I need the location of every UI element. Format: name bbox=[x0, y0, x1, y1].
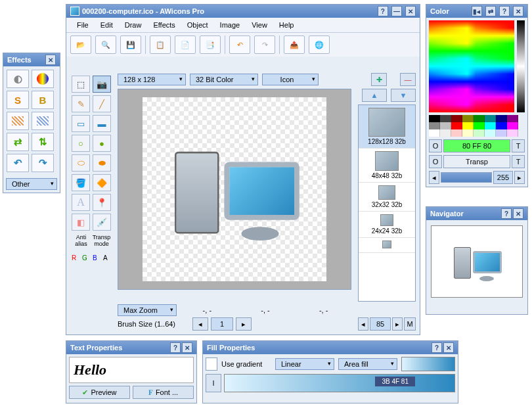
close-icon[interactable]: ✕ bbox=[182, 342, 192, 353]
eraser-tool[interactable]: ◧ bbox=[72, 214, 90, 231]
help-icon[interactable]: ? bbox=[499, 6, 510, 16]
save-icon[interactable]: 💾 bbox=[120, 35, 141, 54]
rotate-l-effect[interactable]: ↶ bbox=[7, 154, 29, 172]
channel-b[interactable]: B bbox=[93, 254, 102, 266]
color-transp[interactable]: Transp bbox=[443, 155, 510, 168]
redo-icon[interactable]: ↷ bbox=[254, 35, 275, 54]
format-item-16[interactable] bbox=[359, 238, 415, 253]
page-m[interactable]: M bbox=[404, 317, 416, 331]
nav-preview[interactable] bbox=[431, 225, 523, 298]
new-icon[interactable]: 📑 bbox=[200, 35, 221, 54]
flip-v-effect[interactable]: ⇅ bbox=[32, 133, 54, 151]
oval-fill-tool[interactable]: ⬬ bbox=[93, 154, 111, 172]
export-icon[interactable]: 📤 bbox=[284, 35, 305, 54]
close-icon[interactable]: ✕ bbox=[443, 342, 454, 353]
brush-dec[interactable]: ◂ bbox=[192, 317, 208, 331]
usegrad-check[interactable] bbox=[206, 357, 217, 371]
search-icon[interactable]: 🔍 bbox=[95, 35, 116, 54]
font-button[interactable]: 𝐅Font ... bbox=[133, 386, 194, 399]
web-icon[interactable]: 🌐 bbox=[309, 35, 330, 54]
copy-icon[interactable]: 📋 bbox=[150, 35, 171, 54]
type-combo[interactable]: Icon bbox=[262, 74, 319, 85]
format-item-48[interactable]: 48x48 32b bbox=[359, 149, 415, 183]
menu-effects[interactable]: Effects bbox=[148, 20, 180, 30]
help-icon[interactable]: ? bbox=[501, 208, 512, 219]
close-icon[interactable]: ✕ bbox=[405, 6, 416, 16]
close-icon[interactable]: ✕ bbox=[513, 6, 523, 16]
color-back-icon[interactable]: ▮◂ bbox=[472, 6, 482, 16]
menu-object[interactable]: Object bbox=[182, 20, 213, 30]
grad-color-value[interactable]: 3B 4F 81 bbox=[375, 377, 415, 386]
camera-tool[interactable]: 📷 bbox=[93, 76, 111, 93]
transp-toggle[interactable]: Transp mode bbox=[92, 235, 111, 252]
channel-r[interactable]: R bbox=[72, 254, 81, 266]
minimize-icon[interactable]: — bbox=[391, 6, 402, 16]
circle-outline-tool[interactable]: ○ bbox=[72, 135, 90, 152]
oval-outline-tool[interactable]: ⬭ bbox=[72, 154, 90, 172]
open-icon[interactable]: 📂 bbox=[70, 35, 91, 54]
grad-editor[interactable]: 3B 4F 81 bbox=[224, 374, 455, 392]
color-picker[interactable] bbox=[426, 18, 527, 115]
sharpen-effect[interactable]: S bbox=[7, 91, 29, 109]
pattern2-effect[interactable] bbox=[32, 112, 54, 130]
alpha-inc[interactable]: ▸ bbox=[514, 171, 525, 184]
format-list[interactable]: 128x128 32b 48x48 32b 32x32 32b 24x24 32… bbox=[358, 104, 416, 302]
format-item-32[interactable]: 32x32 32b bbox=[359, 183, 415, 212]
colorize-effect[interactable] bbox=[32, 70, 54, 88]
antialias-toggle[interactable]: Anti alias bbox=[72, 235, 91, 252]
size-combo[interactable]: 128 x 128 bbox=[118, 74, 186, 85]
line-tool[interactable]: ╱ bbox=[93, 95, 111, 112]
page-dec[interactable]: ◂ bbox=[358, 317, 368, 331]
menu-view[interactable]: View bbox=[246, 20, 273, 30]
effects-other-combo[interactable]: Other bbox=[6, 178, 57, 190]
flip-h-effect[interactable]: ⇄ bbox=[7, 133, 29, 151]
select-rect-tool[interactable]: ⬚ bbox=[72, 76, 90, 93]
color-o2[interactable]: O bbox=[429, 155, 442, 168]
undo-icon[interactable]: ↶ bbox=[229, 35, 250, 54]
close-icon[interactable]: ✕ bbox=[45, 55, 56, 65]
pencil-tool[interactable]: ✎ bbox=[72, 95, 90, 112]
preview-button[interactable]: ✔Preview bbox=[69, 386, 130, 399]
channel-g[interactable]: G bbox=[82, 254, 92, 266]
color-o1[interactable]: O bbox=[429, 139, 442, 152]
alpha-dec[interactable]: ◂ bbox=[429, 171, 439, 184]
help-icon[interactable]: ? bbox=[432, 342, 442, 353]
rect-fill-tool[interactable]: ▬ bbox=[93, 115, 111, 132]
gradtype-combo[interactable]: Linear bbox=[275, 358, 334, 370]
canvas[interactable] bbox=[118, 89, 351, 290]
eyedropper-tool[interactable]: 💉 bbox=[93, 214, 111, 231]
close-icon[interactable]: ✕ bbox=[513, 208, 523, 219]
rect-outline-tool[interactable]: ▭ bbox=[72, 115, 90, 132]
format-item-24[interactable]: 24x24 32b bbox=[359, 212, 415, 238]
gradmode-combo[interactable]: Area fill bbox=[338, 358, 397, 370]
move-down-button[interactable]: ▼ bbox=[391, 89, 416, 102]
gradient-tool[interactable]: 🔶 bbox=[93, 174, 111, 191]
move-up-button[interactable]: ▲ bbox=[362, 89, 387, 102]
pattern1-effect[interactable] bbox=[7, 112, 29, 130]
menu-file[interactable]: File bbox=[72, 20, 94, 30]
alpha-slider[interactable] bbox=[441, 172, 492, 183]
format-item-128[interactable]: 128x128 32b bbox=[359, 105, 415, 149]
menu-edit[interactable]: Edit bbox=[95, 20, 118, 30]
menu-draw[interactable]: Draw bbox=[120, 20, 147, 30]
zoom-combo[interactable]: Max Zoom bbox=[118, 304, 177, 316]
brush-inc[interactable]: ▸ bbox=[236, 317, 252, 331]
circle-fill-tool[interactable]: ● bbox=[93, 135, 111, 152]
menu-image[interactable]: Image bbox=[215, 20, 246, 30]
grayscale-effect[interactable]: ◐ bbox=[7, 70, 29, 88]
color-t1[interactable]: T bbox=[512, 139, 525, 152]
help-icon[interactable]: ? bbox=[378, 6, 388, 16]
text-tool[interactable]: A bbox=[72, 194, 90, 211]
add-format-button[interactable]: ✚ bbox=[371, 73, 387, 86]
color-t2[interactable]: T bbox=[512, 155, 525, 168]
color-swap-icon[interactable]: ⇄ bbox=[485, 6, 496, 16]
fill-tool[interactable]: 🪣 bbox=[72, 174, 90, 191]
color-hex[interactable]: 80 FF 80 bbox=[443, 139, 510, 152]
page-inc[interactable]: ▸ bbox=[392, 317, 403, 331]
rotate-r-effect[interactable]: ↷ bbox=[32, 154, 54, 172]
swatch-grid[interactable] bbox=[426, 115, 527, 137]
paste-icon[interactable]: 📄 bbox=[175, 35, 196, 54]
menu-help[interactable]: Help bbox=[274, 20, 299, 30]
channel-a[interactable]: A bbox=[103, 254, 113, 266]
wand-tool[interactable]: 📍 bbox=[93, 194, 111, 211]
